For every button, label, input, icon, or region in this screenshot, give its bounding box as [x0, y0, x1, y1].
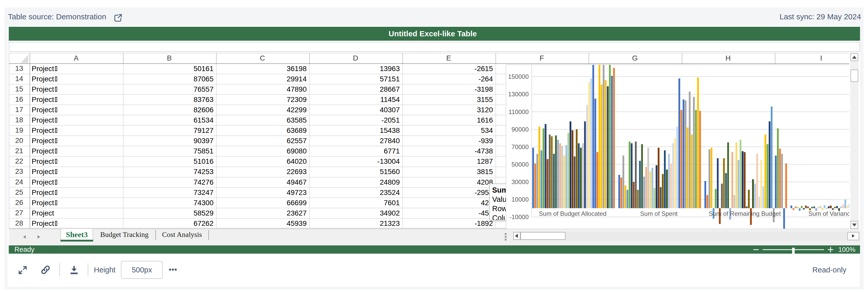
svg-text:50000: 50000: [512, 161, 529, 168]
svg-text:70000: 70000: [512, 143, 529, 150]
svg-text:Sum of Variance: Sum of Variance: [808, 210, 849, 217]
svg-text:Sum of Budget Allocated: Sum of Budget Allocated: [539, 210, 607, 217]
svg-text:-10000: -10000: [509, 213, 529, 221]
svg-text:150000: 150000: [508, 73, 529, 80]
svg-text:Sum of Remaining Budget: Sum of Remaining Budget: [709, 210, 781, 217]
svg-text:10000: 10000: [512, 196, 529, 203]
svg-text:130000: 130000: [508, 91, 529, 97]
svg-text:110000: 110000: [508, 109, 529, 115]
svg-text:Sum of Spent: Sum of Spent: [640, 210, 678, 217]
svg-text:90000: 90000: [512, 126, 529, 133]
svg-text:30000: 30000: [512, 178, 529, 185]
